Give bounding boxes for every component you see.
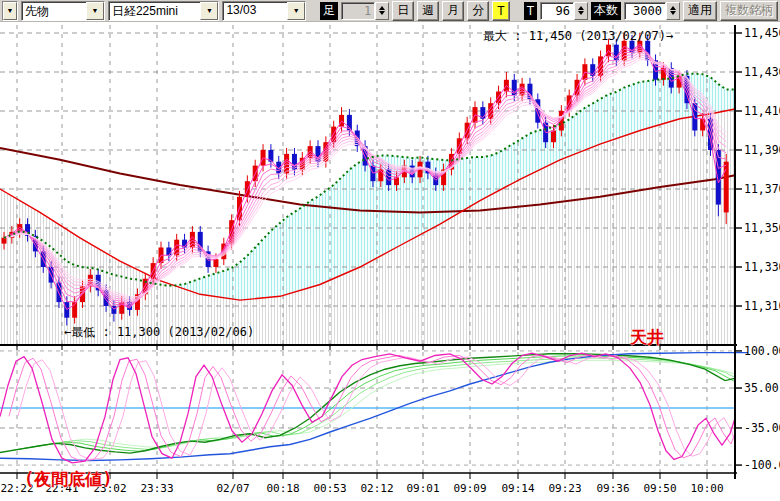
svg-text:11,350: 11,350 bbox=[744, 221, 780, 235]
spinner-arrows-icon[interactable] bbox=[574, 2, 588, 20]
svg-text:11,410: 11,410 bbox=[744, 104, 780, 118]
svg-text:11,330: 11,330 bbox=[744, 260, 780, 274]
svg-text:(夜間底値): (夜間底値) bbox=[24, 469, 112, 489]
tick-button[interactable]: T bbox=[492, 1, 509, 21]
svg-text:00:53: 00:53 bbox=[313, 482, 346, 495]
svg-text:02:12: 02:12 bbox=[360, 482, 393, 495]
svg-text:09:23: 09:23 bbox=[548, 482, 581, 495]
bar-count-label: 本数 bbox=[591, 2, 621, 20]
bar-interval-stepper[interactable]: 1 bbox=[341, 2, 389, 20]
svg-text:09:09: 09:09 bbox=[453, 482, 486, 495]
tick-size-label: T bbox=[524, 2, 537, 20]
bar-type-label: 足 bbox=[320, 2, 338, 20]
svg-text:←最低 : 11,300 (2013/02/06): ←最低 : 11,300 (2013/02/06) bbox=[64, 325, 254, 339]
svg-text:02/07: 02/07 bbox=[216, 482, 249, 495]
bar-count-stepper[interactable]: 3000 bbox=[624, 2, 680, 20]
chevron-down-icon[interactable]: ▼ bbox=[3, 2, 17, 20]
symbol-value: 日経225mini bbox=[109, 2, 201, 20]
svg-text:11,430: 11,430 bbox=[744, 65, 780, 79]
monthly-button[interactable]: 月 bbox=[442, 1, 464, 21]
trading-chart-window: { "toolbar": { "hidden_combo_tooltip": "… bbox=[0, 0, 780, 501]
minute-button[interactable]: 分 bbox=[467, 1, 489, 21]
svg-text:10:00: 10:00 bbox=[690, 482, 723, 495]
chevron-down-icon[interactable]: ▼ bbox=[200, 2, 218, 20]
svg-text:35.00: 35.00 bbox=[744, 381, 779, 395]
bar-count-value: 3000 bbox=[624, 2, 666, 20]
symbol-select[interactable]: 日経225mini ▼ bbox=[108, 1, 220, 21]
svg-text:-100.00: -100.00 bbox=[744, 458, 780, 472]
tick-size-value: 96 bbox=[540, 2, 574, 20]
instrument-type-value: 先物 bbox=[22, 2, 86, 20]
svg-text:100.00: 100.00 bbox=[744, 344, 780, 358]
svg-text:23:33: 23:33 bbox=[140, 482, 173, 495]
svg-text:09:14: 09:14 bbox=[501, 482, 534, 495]
apply-button[interactable]: 適用 bbox=[683, 1, 717, 21]
svg-text:11,370: 11,370 bbox=[744, 182, 780, 196]
bar-interval-value: 1 bbox=[341, 2, 375, 20]
spinner-arrows-icon[interactable] bbox=[375, 2, 389, 20]
daily-button[interactable]: 日 bbox=[392, 1, 414, 21]
spinner-arrows-icon[interactable] bbox=[666, 2, 680, 20]
instrument-type-select[interactable]: 先物 ▼ bbox=[21, 1, 105, 21]
svg-text:天井: 天井 bbox=[629, 327, 664, 347]
price-oscillator-chart[interactable]: 11,45011,43011,41011,39011,37011,35011,3… bbox=[0, 22, 780, 501]
hidden-combo[interactable]: ▼ bbox=[2, 1, 18, 21]
svg-text:09:36: 09:36 bbox=[596, 482, 629, 495]
chart-area[interactable]: 11,45011,43011,41011,39011,37011,35011,3… bbox=[0, 22, 780, 501]
svg-text:-35.00: -35.00 bbox=[744, 421, 780, 435]
svg-text:11,450: 11,450 bbox=[744, 26, 780, 40]
multi-symbol-button[interactable]: 複数銘柄 bbox=[720, 1, 778, 21]
svg-text:00:18: 00:18 bbox=[266, 482, 299, 495]
weekly-button[interactable]: 週 bbox=[417, 1, 439, 21]
svg-text:最大 : 11,450 (2013/02/07)→: 最大 : 11,450 (2013/02/07)→ bbox=[483, 29, 673, 43]
contract-month-select[interactable]: 13/03 ▼ bbox=[222, 1, 306, 21]
svg-text:11,390: 11,390 bbox=[744, 143, 780, 157]
svg-text:09:01: 09:01 bbox=[406, 482, 439, 495]
toolbar: ▼ 先物 ▼ 日経225mini ▼ 13/03 ▼ 足 1 日 週 月 分 T… bbox=[0, 0, 780, 22]
chevron-down-icon[interactable]: ▼ bbox=[287, 2, 305, 20]
tick-size-stepper[interactable]: 96 bbox=[540, 2, 588, 20]
chevron-down-icon[interactable]: ▼ bbox=[86, 2, 104, 20]
svg-text:09:50: 09:50 bbox=[643, 482, 676, 495]
contract-month-value: 13/03 bbox=[223, 2, 287, 20]
svg-text:11,310: 11,310 bbox=[744, 299, 780, 313]
